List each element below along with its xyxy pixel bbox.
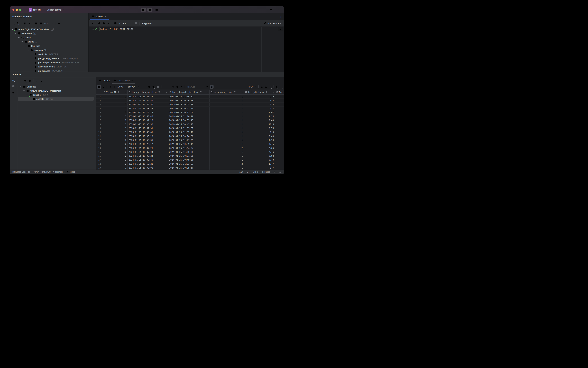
chart-view-icon[interactable] — [101, 85, 105, 89]
cell[interactable]: 2 — [102, 134, 128, 138]
tx-mode-label[interactable]: Tx: Auto — [118, 22, 131, 25]
tree-item-tables[interactable]: tables1 — [10, 40, 89, 44]
filter-icon[interactable] — [200, 91, 202, 93]
cell[interactable]: 2024-01-25 10:55:43 — [168, 119, 210, 122]
cell[interactable]: 2024-01-25 10:55:35 — [128, 138, 168, 142]
ddl-label[interactable]: DDL — [43, 22, 50, 25]
cell[interactable]: 2024-01-25 10:53:20 — [168, 107, 210, 110]
cell[interactable]: 2024-01-25 11:06:57 — [168, 95, 210, 98]
tree-item-tpep-dropoff-datetime[interactable]: tpep_dropoff_datetimeTIMESTAMP(26,6) — [10, 61, 89, 65]
row-number[interactable]: 4 — [96, 107, 102, 110]
cell[interactable]: 2024-01-25 10:31:28 — [128, 119, 168, 122]
cell[interactable]: 2024-01-25 10:39:19 — [168, 142, 210, 146]
cell[interactable] — [275, 130, 284, 134]
breadcrumb-item-console[interactable]: console — [66, 170, 77, 173]
row-number[interactable]: 16 — [96, 154, 102, 158]
cell[interactable] — [275, 158, 284, 162]
filter-panel-icon[interactable] — [210, 85, 214, 89]
stop-icon[interactable] — [157, 86, 159, 88]
cell[interactable]: 2024-01-25 11:04:54 — [168, 146, 210, 150]
cell[interactable]: 2 — [102, 142, 128, 146]
breadcrumb-item-database-consoles[interactable]: Database Consoles — [12, 171, 30, 173]
find-icon[interactable] — [205, 85, 209, 89]
cell[interactable]: 2024-01-25 11:05:18 — [168, 130, 210, 134]
submit-icon[interactable] — [175, 85, 179, 89]
schema-icon[interactable] — [263, 21, 267, 25]
cell[interactable]: 2024-01-25 10:39:40 — [128, 158, 168, 162]
cell[interactable]: 2 — [102, 122, 128, 126]
tab-taxi-trips[interactable]: TAXI_TRIPS — [112, 77, 135, 84]
cell[interactable]: 1 — [210, 103, 244, 106]
filter-icon[interactable] — [117, 91, 119, 93]
cell[interactable]: 1 — [210, 126, 244, 130]
sort-icon[interactable] — [165, 91, 167, 93]
filter-icon[interactable] — [234, 91, 236, 93]
cell[interactable]: 0.75 — [244, 142, 275, 146]
close-icon[interactable] — [105, 16, 107, 18]
row-number[interactable]: 2 — [96, 99, 102, 102]
services-layout-icon[interactable] — [11, 91, 16, 95]
cell[interactable] — [275, 150, 284, 154]
cell[interactable]: 2 — [102, 138, 128, 142]
tree-item-vendorid[interactable]: VendorIDINTEGER — [10, 52, 89, 56]
cell[interactable]: 2 — [102, 110, 128, 114]
cell[interactable]: 2024-01-25 10:26:08 — [168, 99, 210, 102]
sql-editor[interactable]: 1 SELECT * FROM taxi_trips ; — [89, 27, 284, 72]
cell[interactable] — [275, 110, 284, 114]
cell[interactable]: 2024-01-25 10:38:32 — [128, 107, 168, 110]
sort-icon[interactable] — [125, 91, 127, 93]
cell[interactable] — [275, 103, 284, 106]
cell[interactable]: 1 — [210, 107, 244, 110]
cell[interactable]: 2024-01-25 11:23:57 — [168, 162, 210, 166]
column-header-tpep-dropoff-datetime[interactable]: tpep_dropoff_datetime — [168, 90, 210, 94]
cell[interactable]: 9.49 — [244, 119, 275, 122]
cell[interactable]: 2024-01-25 11:03:07 — [168, 126, 210, 130]
cell[interactable]: 2024-01-25 10:37:04 — [128, 150, 168, 154]
add-row-icon[interactable] — [163, 85, 167, 89]
cell[interactable]: 2 — [102, 162, 128, 166]
cell[interactable]: 1.47 — [244, 162, 275, 166]
column-header-tpep-pickup-datetime[interactable]: tpep_pickup_datetime — [128, 90, 168, 94]
cell[interactable]: 2 — [102, 150, 128, 154]
cell[interactable]: 2.9 — [244, 95, 275, 98]
chevron-down-icon[interactable] — [23, 90, 25, 92]
cell[interactable]: 2024-01-25 10:02:08 — [128, 166, 168, 170]
row-number[interactable]: 6 — [96, 114, 102, 118]
cell[interactable]: 1.8 — [244, 130, 275, 134]
sql-statement[interactable]: SELECT * FROM taxi_trips ; — [99, 27, 136, 31]
stop-icon[interactable] — [12, 85, 14, 87]
chevron-down-icon[interactable] — [27, 49, 30, 51]
tree-item-passenger-count[interactable]: passenger_countBIGINT(19) — [10, 65, 89, 69]
cell[interactable]: 2024-01-25 10:47:21 — [128, 146, 168, 150]
row-number[interactable]: 10 — [96, 130, 102, 134]
cell[interactable]: 2024-01-25 10:36:47 — [128, 95, 168, 98]
search-everywhere-icon[interactable] — [269, 8, 274, 12]
tree-item-console[interactable]: console126 ms — [18, 97, 94, 101]
chevron-down-icon[interactable] — [19, 86, 22, 88]
cell[interactable] — [275, 107, 284, 110]
lock-icon[interactable] — [273, 171, 276, 173]
cell[interactable]: 1 — [210, 166, 244, 170]
cell[interactable]: 2024-01-25 10:03:50 — [128, 122, 168, 126]
row-number[interactable]: 7 — [96, 119, 102, 122]
schema-select-label[interactable]: <schema> — [267, 22, 283, 25]
notifications-icon[interactable] — [279, 171, 281, 173]
row-number[interactable]: 14 — [96, 146, 102, 150]
sort-icon[interactable] — [272, 91, 274, 93]
delete-row-icon[interactable] — [167, 85, 171, 89]
row-number[interactable]: 1 — [96, 95, 102, 98]
import-data-icon[interactable] — [260, 85, 264, 89]
run-configuration-label[interactable]: Playground — [141, 22, 157, 25]
grid-settings-icon[interactable] — [279, 85, 283, 89]
cell[interactable]: 1 — [210, 95, 244, 98]
cell[interactable]: 2024-01-25 11:27:25 — [168, 138, 210, 142]
cell[interactable]: 2024-01-25 10:23:50 — [128, 99, 168, 102]
execute-icon[interactable] — [90, 21, 94, 25]
row-number[interactable]: 11 — [96, 134, 102, 138]
cell[interactable] — [275, 142, 284, 146]
first-page-icon[interactable] — [108, 85, 112, 89]
cell[interactable]: 1.14 — [244, 114, 275, 118]
cell[interactable] — [275, 166, 284, 170]
data-mapping-icon[interactable] — [268, 85, 272, 89]
export-format-label[interactable]: CSV — [248, 86, 257, 88]
